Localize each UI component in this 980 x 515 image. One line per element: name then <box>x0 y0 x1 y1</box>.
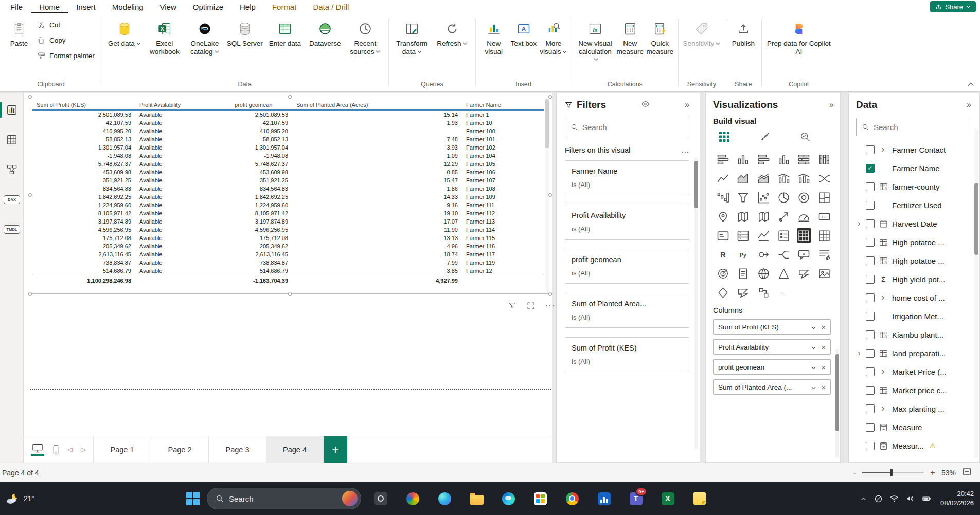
text-box-button[interactable]: A Text box <box>509 17 539 49</box>
weather-widget[interactable]: 21° <box>5 482 34 515</box>
chevron-down-icon[interactable] <box>811 363 816 371</box>
field-checkbox[interactable] <box>866 423 875 432</box>
battery-icon[interactable] <box>921 494 932 503</box>
field-checkbox[interactable] <box>866 145 875 154</box>
field-checkbox[interactable] <box>866 201 875 210</box>
donut-chart-icon[interactable] <box>797 190 811 205</box>
field-item[interactable]: ✓Farmer Name <box>856 159 971 177</box>
stacked-bar-chart-icon[interactable] <box>716 152 730 167</box>
custom-visual-1-icon[interactable] <box>716 285 730 300</box>
fit-to-page-icon[interactable] <box>962 467 972 479</box>
clustered-bar-chart-icon[interactable] <box>756 152 771 167</box>
volume-icon[interactable] <box>905 494 915 503</box>
column-header[interactable]: Sum of Planted Area (Acres) <box>292 99 462 109</box>
column-header[interactable]: Profit Availability <box>135 99 230 109</box>
funnel-chart-icon[interactable] <box>736 190 751 205</box>
resize-handle[interactable] <box>28 193 32 197</box>
field-item[interactable]: ΣHigh yield pot... <box>856 270 971 288</box>
report-canvas[interactable]: Sum of Profit (KES)Profit Availabilitypr… <box>24 93 552 463</box>
smart-narrative-icon[interactable] <box>817 247 831 262</box>
mobile-layout-button[interactable] <box>52 445 59 455</box>
taskbar-app-sticky-notes[interactable] <box>687 486 712 511</box>
resize-handle[interactable] <box>28 95 32 99</box>
field-checkbox[interactable] <box>866 312 875 321</box>
expand-icon[interactable]: › <box>856 348 862 358</box>
field-checkbox[interactable] <box>866 256 875 265</box>
field-well-pill[interactable]: Profit Availability× <box>713 339 831 355</box>
field-checkbox[interactable] <box>866 275 875 284</box>
dataverse-button[interactable]: Dataverse <box>305 17 345 49</box>
data-search-input[interactable] <box>874 123 966 132</box>
refresh-button[interactable]: Refresh <box>432 17 472 49</box>
paste-button[interactable]: Paste <box>4 17 34 49</box>
decomposition-tree-icon[interactable] <box>777 247 791 262</box>
menu-item-data-drill[interactable]: Data / Drill <box>305 0 357 13</box>
filter-card[interactable]: Profit Availabilityis (All) <box>565 205 689 240</box>
waterfall-chart-icon[interactable] <box>716 190 730 205</box>
expand-icon[interactable]: › <box>856 219 862 228</box>
image-visual-icon[interactable] <box>817 266 831 281</box>
report-view-button[interactable] <box>0 98 24 122</box>
stacked-area-chart-icon[interactable] <box>756 171 771 186</box>
taskbar-app-microsoft-365[interactable] <box>528 486 553 511</box>
stacked-column-chart-icon[interactable] <box>736 152 751 167</box>
remove-field-icon[interactable]: × <box>821 363 826 372</box>
collapse-pane-icon[interactable]: » <box>829 100 834 109</box>
scatter-chart-icon[interactable] <box>756 190 771 205</box>
map-icon[interactable] <box>716 209 730 224</box>
menu-item-help[interactable]: Help <box>231 0 264 13</box>
remove-field-icon[interactable]: × <box>821 343 826 352</box>
menu-item-file[interactable]: File <box>2 0 31 13</box>
model-view-button[interactable] <box>0 157 24 182</box>
wifi-icon[interactable] <box>889 494 899 503</box>
field-item[interactable]: ›Harvest Date <box>856 214 971 233</box>
page-tab-page-4[interactable]: Page 4 <box>266 436 324 463</box>
get-more-visuals-icon[interactable]: ··· <box>777 285 791 300</box>
taskbar-clock[interactable]: 20:42 08/02/2026 <box>940 489 974 507</box>
field-checkbox[interactable] <box>866 219 875 228</box>
q-and-a-icon[interactable]: A <box>797 247 811 262</box>
field-item[interactable]: Measur...⚠ <box>856 436 971 455</box>
next-page-arrow[interactable]: ▷ <box>81 446 86 453</box>
page-tab-page-3[interactable]: Page 3 <box>208 436 266 463</box>
get-data-button[interactable]: Get data <box>104 17 145 49</box>
field-checkbox[interactable] <box>866 349 875 358</box>
previous-page-arrow[interactable]: ◁ <box>67 446 73 453</box>
start-button[interactable] <box>186 492 200 505</box>
filter-card[interactable]: Farmer Nameis (All) <box>565 160 689 195</box>
cut-button[interactable]: Cut <box>34 19 98 31</box>
filled-map-icon[interactable] <box>736 209 751 224</box>
remove-field-icon[interactable]: × <box>821 323 826 332</box>
paginated-report-icon[interactable] <box>736 266 751 281</box>
field-checkbox[interactable] <box>866 293 875 302</box>
quick-measure-button[interactable]: Quick measure <box>645 17 675 57</box>
taskbar-app-file-explorer[interactable] <box>464 486 489 511</box>
resize-handle[interactable] <box>28 292 32 296</box>
share-button[interactable]: Share <box>930 1 976 12</box>
field-item[interactable]: ΣMarket Price (... <box>856 362 971 381</box>
prep-data-for-copilot-button[interactable]: Prep data for Copilot AI <box>765 17 833 57</box>
build-visual-tab[interactable] <box>718 131 730 145</box>
power-automate-icon[interactable] <box>797 266 811 281</box>
field-checkbox[interactable] <box>866 238 875 247</box>
field-checkbox[interactable] <box>866 367 875 376</box>
chevron-down-icon[interactable] <box>811 323 816 331</box>
zoom-slider-thumb[interactable] <box>890 469 893 476</box>
r-script-visual-icon[interactable]: R <box>716 247 730 262</box>
desktop-layout-button[interactable] <box>31 444 44 456</box>
collapse-pane-icon[interactable]: » <box>685 100 689 109</box>
field-item[interactable]: fxfarmer-county <box>856 177 971 196</box>
collapse-ribbon-button[interactable] <box>968 79 974 88</box>
menu-item-modeling[interactable]: Modeling <box>104 0 152 13</box>
new-visual-calculation-button[interactable]: fx New visual calculation <box>575 17 615 65</box>
multi-row-card-icon[interactable] <box>736 228 751 243</box>
visual-filter-icon[interactable] <box>508 302 516 310</box>
tmdl-view-button[interactable]: TMDL <box>0 217 24 242</box>
100-stacked-bar-chart-icon[interactable] <box>797 152 811 167</box>
filter-card[interactable]: Sum of Planted Area...is (All) <box>565 293 689 328</box>
card-icon[interactable]: 123 <box>817 209 831 224</box>
custom-visual-2-icon[interactable] <box>736 285 751 300</box>
taskbar-app-edge[interactable] <box>496 486 521 511</box>
hidden-icons-chevron[interactable] <box>860 495 867 503</box>
field-checkbox[interactable]: ✓ <box>866 164 875 173</box>
